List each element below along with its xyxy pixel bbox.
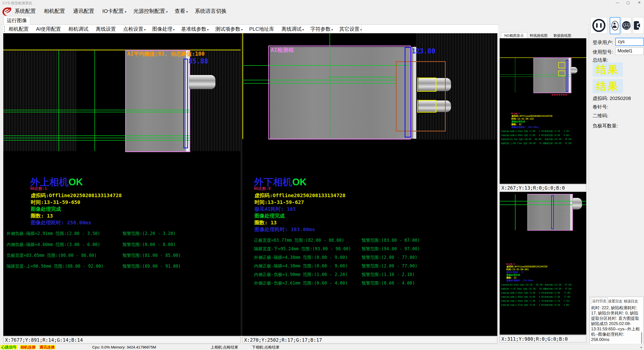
right-column-separator [589, 28, 589, 299]
left-coords-bar: X:7677;Y:891;R:14;G:14;B:14 [3, 336, 241, 343]
title-bar: CYS-视觉检测系统 [0, 0, 644, 6]
scroll-up-icon[interactable]: ▴ [640, 345, 642, 349]
menu-bar: 系统配置 相机配置 通讯配置 IO卡配置▾ 光源控制配置▾ 查看▾ 系统语言切换 [15, 8, 228, 15]
result-badge-bottom: 结果 [593, 79, 623, 93]
camera-link-indicator: 相机连接 [20, 345, 36, 349]
thumb2-measure: 隔膜宽度-下=95.40mm 范围:(93.00 - 98.00) [501, 288, 546, 290]
measurement-warn: 预警范围:(0.00 - 8.00) [122, 242, 176, 248]
tool-camera-config[interactable]: 相机配置 [9, 26, 29, 32]
tab-data-curve[interactable]: 数据曲线图 [551, 33, 574, 38]
thumb2-warn: 预警范围:(2.00 - 77.00) [545, 292, 571, 294]
menu-view[interactable]: 查看▾ [175, 8, 188, 15]
measurement-warn: 预警范围:(2.20 - 3.20) [122, 231, 176, 236]
thumb1-warn: 预警范围:(2.20 - 3.20) [545, 130, 570, 133]
measurement-warn: 预警范围:(1.10 - 2.10) [362, 272, 415, 277]
tool-other-settings[interactable]: 其它设置▾ [339, 26, 362, 32]
close-button[interactable]: ✕ [635, 1, 643, 6]
exit-icon [634, 21, 643, 30]
thumb1-defect-note [552, 94, 568, 95]
left-green-vline [58, 50, 59, 151]
toolbar-drag-handle[interactable] [4, 26, 6, 32]
login-user-field[interactable]: cys [615, 38, 644, 46]
reel-number-label: 卷针号: [593, 104, 608, 110]
tool-plc-address-lib[interactable]: PLC地址库 [249, 26, 275, 32]
user-manage-button[interactable] [621, 17, 631, 34]
tab-line-curve[interactable]: 料线曲线图 [527, 33, 550, 38]
tool-spot-check-settings[interactable]: 点检设置▾ [123, 26, 146, 32]
tab-run-image[interactable]: 运行图像 [4, 16, 30, 24]
measurement-warn: 预警范围:(94.00 - 97.00) [362, 246, 420, 252]
dropdown-arrow-icon: ▾ [166, 10, 168, 14]
bottom-camera-status: 下相机:点检结束 [252, 345, 279, 350]
middle-measure-box [405, 47, 411, 137]
thumb2-process-time: 图像处理耗时: 216.00ms [506, 279, 534, 282]
menu-language-switch[interactable]: 系统语言切换 [195, 8, 228, 15]
middle-ng-count: NG次数:0 [254, 186, 271, 191]
thumb2-measure: 内侧正极-负极=1.84mm 范围:(1.00 - 2.20) [501, 300, 545, 302]
measurement-text: 内侧正极-负极=1.90mm 范围:(1.00 - 2.20) [254, 272, 347, 277]
measurement-text: 外侧负极-隔膜=2.91mm 范围:(2.00 - 3.50) [7, 231, 100, 236]
user-icon [611, 21, 619, 30]
dropdown-arrow-icon: ▾ [173, 28, 175, 31]
middle-virtual-code: 虚拟码:Offline20250208133134728 [254, 192, 345, 199]
maximize-button[interactable]: ▢ [624, 1, 632, 6]
toolbar-separator [361, 25, 362, 33]
dropdown-arrow-icon: ▾ [125, 10, 126, 14]
middle-process-done: 图像处理完成 [254, 213, 285, 219]
measurement-warn: 预警范围:(2.00 - 77.00) [362, 255, 417, 260]
tab-ng-screenshot[interactable]: NG截图显示 [501, 32, 527, 39]
thumb1-measure: 外侧负极-隔膜=3.03mm 范围:(2.00 - 3.50) [501, 130, 545, 133]
middle-ai-box-label: AI检测框 [271, 46, 294, 54]
user-login-button[interactable] [610, 17, 620, 34]
menu-io-card-config[interactable]: IO卡配置▾ [102, 8, 126, 15]
pause-button[interactable] [590, 17, 607, 34]
minimize-button[interactable]: — [614, 1, 621, 6]
tool-offline-settings[interactable]: 离线设置 [96, 26, 117, 32]
measurement-text: 内侧正极-隔膜=4.38mm 范围:(0.00 - 9.00) [254, 263, 347, 269]
tab-error-log[interactable]: 错误日志 [623, 298, 638, 304]
exit-button[interactable] [633, 17, 644, 34]
thumb1-warn: 预警范围:(89.00 - 91.00) [545, 142, 572, 145]
tool-image-processing[interactable]: 图像处理▾ [152, 26, 175, 32]
tool-camera-debug[interactable]: 相机调试 [68, 26, 89, 32]
tool-char-params[interactable]: 字符参数▾ [310, 26, 333, 32]
middle-measure-value: 123.80 [412, 47, 435, 55]
menu-comm-config[interactable]: 通讯配置 [73, 8, 95, 15]
left-process-done: 图像处理完成 [31, 206, 61, 213]
app-window: CYS-视觉检测系统 — ▢ ✕ 系统配置 相机配置 通讯配置 IO卡配置▾ 光… [0, 0, 644, 350]
result-badge-top: 结果 [593, 62, 623, 77]
panel-divider [241, 33, 242, 336]
menu-camera-config[interactable]: 相机配置 [44, 8, 66, 15]
log-scrollbar-thumb[interactable] [641, 332, 642, 343]
thumb2-warn: 预警范围:(94.00 - 97.00) [545, 288, 572, 290]
thumb1-yellow-box-1 [558, 62, 565, 68]
tool-test-item-params[interactable]: 测试项参数▾ [215, 26, 243, 32]
menu-light-control-config[interactable]: 光源控制配置▾ [133, 8, 168, 15]
virtual-code-value: 20250208 [610, 96, 631, 101]
measurement-warn: 预警范围:(81.00 - 85.00) [122, 253, 181, 258]
tool-offline-debug[interactable]: 离线调试▾ [281, 26, 304, 32]
tab-run-log[interactable]: 运行日志 [591, 298, 608, 304]
menu-system-config[interactable]: 系统配置 [15, 8, 37, 15]
measurement-warn: 预警范围:(2.00 - 77.00) [362, 263, 417, 269]
tab-settings-log[interactable]: 设置日志 [608, 298, 623, 304]
dropdown-arrow-icon: ▾ [144, 28, 146, 31]
measurement-warn: 预警范围:(89.00 - 91.00) [122, 263, 181, 269]
middle-yellow-detect-box-2 [417, 100, 436, 113]
middle-yellow-vline [242, 33, 243, 139]
thumb2-connector [572, 198, 582, 209]
left-time: 时间:13-31-59-650 [31, 199, 80, 206]
tool-baseline-params[interactable]: 基准线参数▾ [181, 26, 209, 32]
left-yellow-line [3, 50, 241, 50]
left-ng-count: NG次数:1 [30, 186, 47, 191]
model-field[interactable]: Model1 [615, 47, 643, 55]
thumb1-green-vline [515, 58, 515, 93]
middle-time: 时间:13-31-59-627 [254, 199, 304, 206]
comm-link-indicator: 通讯连接 [39, 345, 55, 349]
toolbar-items: 相机配置 AI使用配置 相机调试 离线设置 点检设置▾ 图像处理▾ 基准线参数▾… [9, 26, 362, 32]
thumb2-warn: 预警范围:(2.00 - 77.00) [545, 296, 571, 298]
neg-tab-count-label: 负极耳数量: [593, 123, 618, 129]
tool-ai-use-config[interactable]: AI使用配置 [36, 26, 62, 32]
window-title: CYS-视觉检测系统 [3, 1, 32, 6]
dropdown-arrow-icon: ▾ [186, 10, 188, 14]
